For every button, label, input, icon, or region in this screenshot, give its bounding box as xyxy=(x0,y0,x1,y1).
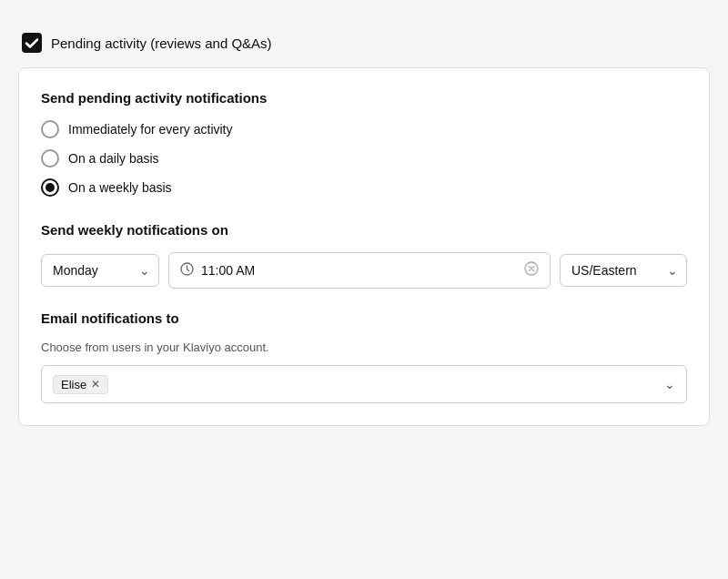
send-notifications-title: Send pending activity notifications xyxy=(41,90,687,106)
radio-circle-daily xyxy=(41,149,59,168)
email-description: Choose from users in your Klaviyo accoun… xyxy=(41,340,687,354)
email-tag-elise: Elise ✕ xyxy=(53,375,108,394)
radio-circle-weekly xyxy=(41,178,59,197)
time-value: 11:00 AM xyxy=(201,263,517,278)
checked-checkbox-icon xyxy=(22,33,42,53)
timezone-select-wrapper: US/Eastern US/Central US/Mountain US/Pac… xyxy=(560,254,687,287)
pending-activity-label: Pending activity (reviews and Q&As) xyxy=(51,36,272,51)
weekly-section: Send weekly notifications on Monday Tues… xyxy=(41,222,687,289)
radio-weekly[interactable]: On a weekly basis xyxy=(41,178,687,197)
email-tag-name: Elise xyxy=(61,378,86,391)
svg-rect-0 xyxy=(22,33,42,53)
pending-activity-checkbox-row[interactable]: Pending activity (reviews and Q&As) xyxy=(18,33,710,53)
clock-icon xyxy=(180,262,194,279)
clear-time-icon[interactable] xyxy=(524,261,539,279)
time-input-wrapper[interactable]: 11:00 AM xyxy=(168,252,551,289)
email-tags-container: Elise ✕ xyxy=(53,375,108,394)
settings-card: Send pending activity notifications Imme… xyxy=(18,67,710,426)
weekly-notifications-title: Send weekly notifications on xyxy=(41,222,687,238)
weekly-controls-row: Monday Tuesday Wednesday Thursday Friday… xyxy=(41,252,687,289)
email-section: Email notifications to Choose from users… xyxy=(41,310,687,403)
day-select[interactable]: Monday Tuesday Wednesday Thursday Friday… xyxy=(41,254,159,287)
day-select-wrapper: Monday Tuesday Wednesday Thursday Friday… xyxy=(41,254,159,287)
email-dropdown-chevron-icon[interactable]: ⌄ xyxy=(664,377,675,391)
notification-frequency-radio-group: Immediately for every activity On a dail… xyxy=(41,120,687,197)
radio-label-daily: On a daily basis xyxy=(68,151,159,166)
radio-label-immediately: Immediately for every activity xyxy=(68,122,233,137)
timezone-select[interactable]: US/Eastern US/Central US/Mountain US/Pac… xyxy=(560,254,687,287)
email-notifications-title: Email notifications to xyxy=(41,310,687,326)
radio-daily[interactable]: On a daily basis xyxy=(41,149,687,168)
radio-label-weekly: On a weekly basis xyxy=(68,180,172,195)
email-input-wrapper[interactable]: Elise ✕ ⌄ xyxy=(41,365,687,403)
page-wrapper: Pending activity (reviews and Q&As) Send… xyxy=(18,18,710,441)
radio-circle-immediately xyxy=(41,120,59,138)
email-tag-remove[interactable]: ✕ xyxy=(91,379,100,390)
radio-immediately[interactable]: Immediately for every activity xyxy=(41,120,687,138)
